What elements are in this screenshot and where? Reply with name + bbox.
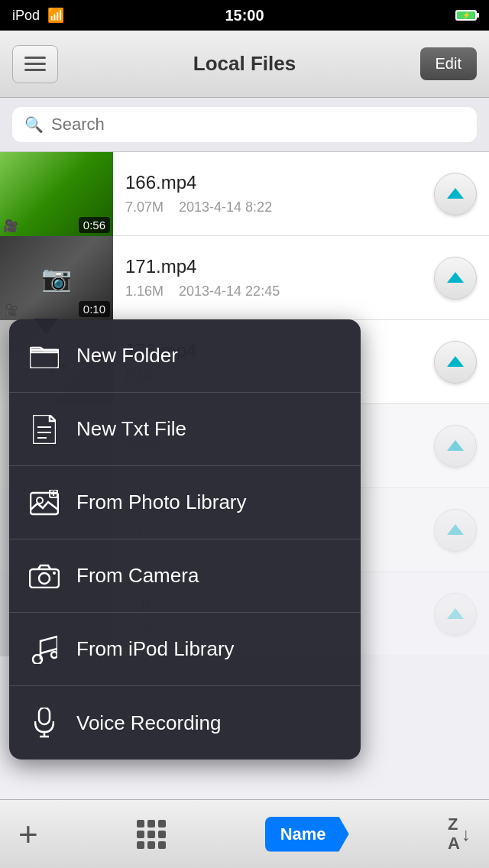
document-icon bbox=[28, 413, 61, 446]
chevron-button[interactable] bbox=[434, 425, 477, 468]
camera-icon bbox=[28, 559, 61, 593]
file-info: 166.mp4 7.07M 2013-4-14 8:22 bbox=[113, 166, 434, 222]
popup-label-from-ipod: From iPod Library bbox=[76, 637, 235, 661]
device-label: iPod bbox=[12, 8, 40, 24]
popup-menu: New Folder New Txt File F bbox=[9, 319, 361, 760]
svg-rect-4 bbox=[31, 493, 58, 514]
status-right bbox=[455, 10, 477, 21]
sort-letters: Z A bbox=[448, 815, 460, 852]
popup-label-new-folder: New Folder bbox=[76, 344, 178, 368]
popup-label-from-photo: From Photo Library bbox=[76, 491, 247, 514]
popup-label-new-txt: New Txt File bbox=[76, 417, 186, 441]
popup-label-voice-recording: Voice Recording bbox=[76, 711, 221, 735]
file-size: 7.07M bbox=[125, 199, 164, 215]
file-thumbnail: 📷 🎥 0:10 bbox=[0, 236, 113, 320]
search-input[interactable] bbox=[51, 115, 465, 134]
status-bar: iPod 📶 15:00 bbox=[0, 0, 489, 31]
file-size: 1.16M bbox=[125, 283, 164, 299]
grid-dot bbox=[137, 841, 144, 849]
popup-item-from-ipod[interactable]: From iPod Library bbox=[9, 613, 361, 686]
chevron-button[interactable] bbox=[434, 341, 477, 384]
chevron-up-icon bbox=[447, 188, 464, 199]
chevron-up-icon bbox=[447, 608, 464, 619]
music-icon bbox=[28, 633, 61, 666]
menu-line-2 bbox=[24, 63, 46, 65]
mic-icon bbox=[28, 706, 61, 740]
popup-item-from-photo[interactable]: From Photo Library bbox=[9, 466, 361, 539]
popup-item-from-camera[interactable]: From Camera bbox=[9, 539, 361, 613]
duration-badge: 0:56 bbox=[79, 217, 110, 233]
menu-line-1 bbox=[24, 57, 46, 59]
svg-point-10 bbox=[39, 573, 50, 584]
table-row: 🎥 0:56 166.mp4 7.07M 2013-4-14 8:22 bbox=[0, 152, 489, 236]
chevron-up-icon bbox=[447, 524, 464, 535]
chevron-up-icon bbox=[447, 272, 464, 283]
popup-item-new-txt[interactable]: New Txt File bbox=[9, 393, 361, 466]
edit-button[interactable]: Edit bbox=[420, 47, 477, 80]
chevron-button[interactable] bbox=[434, 593, 477, 636]
file-date: 2013-4-14 22:45 bbox=[179, 283, 280, 299]
grid-dot bbox=[158, 820, 166, 828]
popup-label-from-camera: From Camera bbox=[76, 564, 199, 588]
page-title: Local Files bbox=[193, 52, 296, 76]
menu-button[interactable] bbox=[12, 45, 58, 83]
wifi-icon: 📶 bbox=[47, 7, 64, 24]
search-icon: 🔍 bbox=[24, 115, 44, 134]
chevron-up-icon bbox=[447, 356, 464, 367]
chevron-button[interactable] bbox=[434, 173, 477, 215]
toolbar: + Name Z A ↓ bbox=[0, 799, 489, 868]
grid-view-button[interactable] bbox=[137, 820, 166, 849]
folder-icon bbox=[28, 339, 61, 373]
name-sort-button[interactable]: Name bbox=[265, 817, 349, 852]
file-meta: 7.07M 2013-4-14 8:22 bbox=[125, 199, 422, 215]
grid-dot bbox=[147, 820, 155, 828]
add-button[interactable]: + bbox=[18, 818, 38, 851]
sort-arrow-icon: ↓ bbox=[461, 824, 471, 845]
photo-icon bbox=[28, 486, 61, 520]
grid-dot bbox=[137, 831, 144, 838]
file-name: 166.mp4 bbox=[125, 172, 422, 193]
grid-dot bbox=[147, 841, 155, 849]
status-left: iPod 📶 bbox=[12, 7, 64, 24]
battery-icon bbox=[455, 10, 477, 21]
video-icon: 🎥 bbox=[3, 303, 18, 317]
file-info: 171.mp4 1.16M 2013-4-14 22:45 bbox=[113, 250, 434, 306]
search-wrap: 🔍 bbox=[12, 107, 477, 142]
svg-point-11 bbox=[53, 572, 56, 575]
file-meta: 1.16M 2013-4-14 22:45 bbox=[125, 283, 422, 300]
search-bar: 🔍 bbox=[0, 98, 489, 152]
grid-dot bbox=[158, 841, 166, 849]
video-icon: 🎥 bbox=[3, 219, 18, 233]
chevron-up-icon bbox=[447, 440, 464, 451]
popup-item-voice-recording[interactable]: Voice Recording bbox=[9, 686, 361, 760]
svg-rect-16 bbox=[39, 708, 50, 724]
table-row: 📷 🎥 0:10 171.mp4 1.16M 2013-4-14 22:45 bbox=[0, 236, 489, 320]
nav-bar: Local Files Edit bbox=[0, 31, 489, 98]
duration-badge: 0:10 bbox=[79, 301, 110, 317]
grid-dot bbox=[147, 831, 155, 838]
popup-item-new-folder[interactable]: New Folder bbox=[9, 319, 361, 393]
file-date: 2013-4-14 8:22 bbox=[179, 199, 272, 215]
grid-dot bbox=[137, 820, 144, 828]
chevron-button[interactable] bbox=[434, 257, 477, 300]
file-thumbnail: 🎥 0:56 bbox=[0, 152, 113, 236]
grid-dot bbox=[158, 831, 166, 838]
file-name: 171.mp4 bbox=[125, 256, 422, 277]
sort-za-button[interactable]: Z A ↓ bbox=[448, 815, 471, 852]
chevron-button[interactable] bbox=[434, 509, 477, 552]
status-time: 15:00 bbox=[225, 7, 264, 24]
menu-line-3 bbox=[24, 69, 46, 71]
